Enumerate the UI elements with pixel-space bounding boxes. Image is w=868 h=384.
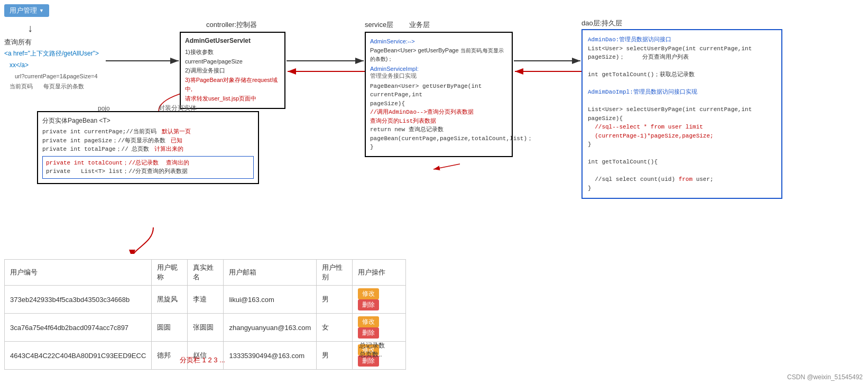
service-interface-name: AdminService:--> xyxy=(370,38,415,44)
pagination: 分页栏 1 2 3 ... xyxy=(180,355,225,365)
service-interface: AdminService:--> PageBean<User> getUserB… xyxy=(370,37,507,63)
down-arrow-icon: ↓ xyxy=(27,22,33,34)
step1: 1)接收参数 xyxy=(185,48,280,57)
cell-action: 修改 删除 xyxy=(353,286,406,314)
service-box: AdminService:--> PageBean<User> getUserB… xyxy=(365,32,513,157)
step1-param: currentPage/pageSize xyxy=(185,57,280,67)
param-labels: 当前页码 每页显示的条数 xyxy=(4,81,99,92)
cell-email: 13335390494@163.com xyxy=(224,342,317,370)
table-header-row: 用户编号 用户昵称 真实姓名 用户邮箱 用户性别 用户操作 xyxy=(5,260,406,286)
current-page-label: 当前页码 xyxy=(10,81,33,92)
edit-button[interactable]: 修改 xyxy=(358,316,379,327)
query-all-label: 查询所有 xyxy=(4,36,99,48)
watermark: CSDN @weixin_51545492 xyxy=(787,373,863,381)
query-section: 查询所有 <a href="上下文路径/getAllUser"> xx</a> … xyxy=(4,36,99,92)
cell-gender: 男 xyxy=(317,342,353,370)
controller-class-name: AdminGetUserServlet xyxy=(185,37,280,44)
table-row: 3ca76a75e4f64db2bacd0974acc7c897 圆圆 张圆圆 … xyxy=(5,314,406,342)
service-code: PageBean<User> getUserByPage(int current… xyxy=(370,82,507,152)
pojo-fields: private int currentPage;//当前页码 默认第一页 pri… xyxy=(42,127,254,154)
total-records: 总记录数 xyxy=(359,341,385,350)
cell-nickname: 黑旋风 xyxy=(152,286,188,314)
edit-button[interactable]: 修改 xyxy=(358,288,379,299)
delete-button[interactable]: 删除 xyxy=(358,299,379,310)
controller-content: 1)接收参数 currentPage/pageSize 2)调用业务接口 3)将… xyxy=(185,48,280,104)
col-gender: 用户性别 xyxy=(317,260,353,286)
nav-menu[interactable]: 用户管理 xyxy=(4,4,49,17)
query-link: <a href="上下文路径/getAllUser"> xyxy=(4,48,99,60)
table-section: 用户编号 用户昵称 真实姓名 用户邮箱 用户性别 用户操作 373eb24293… xyxy=(4,259,406,370)
table-row: 373eb242933b4f5ca3bd43503c34668b 黑旋风 李逵 … xyxy=(5,286,406,314)
cell-gender: 女 xyxy=(317,314,353,342)
nav-label: 用户管理 xyxy=(10,6,37,15)
service-method: PageBean<User> getUserByPage xyxy=(370,47,460,53)
cell-email: likui@163.com xyxy=(224,286,317,314)
cell-id: 373eb242933b4f5ca3bd43503c34668b xyxy=(5,286,152,314)
data-table: 用户编号 用户昵称 真实姓名 用户邮箱 用户性别 用户操作 373eb24293… xyxy=(4,259,406,370)
cell-id: 3ca76a75e4f64db2bacd0974acc7c897 xyxy=(5,314,152,342)
query-link-close: xx</a> xyxy=(4,60,99,71)
service-label: service层 业务层 xyxy=(365,20,430,30)
cell-gender: 男 xyxy=(317,286,353,314)
url-param: url?currentPage=1&pageSize=4 xyxy=(4,71,99,82)
dao-content: AdminDao:管理员数据访问接口 List<User> selectUser… xyxy=(588,35,776,193)
pagination-text: 分页栏 1 2 3 ... xyxy=(180,356,225,364)
pojo-inner-box: private int totalCount；//总记录数 查询出的 priva… xyxy=(42,156,254,179)
col-action: 用户操作 xyxy=(353,260,406,286)
cell-action: 修改 删除 xyxy=(353,314,406,342)
step3: 3)将PageBean对象存储在request域中, xyxy=(185,76,280,94)
cell-realname: 李逵 xyxy=(188,286,224,314)
service-impl-name: AdminServiceImpl: 管理业务接口实现 xyxy=(370,66,507,80)
step3b: 请求转发user_list.jsp页面中 xyxy=(185,94,280,104)
pojo-list: private List<T> list；//分页查询的列表数据 xyxy=(46,167,250,176)
dao-label: dao层:持久层 xyxy=(581,19,622,28)
page-size-label: 每页显示的条数 xyxy=(43,81,84,92)
col-realname: 真实姓名 xyxy=(188,260,224,286)
col-email: 用户邮箱 xyxy=(224,260,317,286)
svg-line-10 xyxy=(433,164,460,169)
total-pages: 总页数.. xyxy=(359,350,385,359)
dao-box: AdminDao:管理员数据访问接口 List<User> selectUser… xyxy=(581,29,782,199)
cell-id: 4643C4B4C22C404BA80D91C93EED9ECC xyxy=(5,342,152,370)
delete-button[interactable]: 删除 xyxy=(358,327,379,339)
col-id: 用户编号 xyxy=(5,260,152,286)
cell-realname: 张圆圆 xyxy=(188,314,224,342)
controller-box: AdminGetUserServlet 1)接收参数 currentPage/p… xyxy=(180,32,285,109)
col-nickname: 用户昵称 xyxy=(152,260,188,286)
cell-email: zhangyuanyuan@163.com xyxy=(224,314,317,342)
total-info: 总记录数 总页数.. xyxy=(359,341,385,359)
pojo-total-count: private int totalCount；//总记录数 查询出的 xyxy=(46,159,250,168)
watermark-text: CSDN @weixin_51545492 xyxy=(787,373,863,381)
controller-label: controller:控制器 xyxy=(206,20,257,30)
pojo-title: 分页实体PageBean <T> xyxy=(42,116,254,125)
pojo-box: 分页实体PageBean <T> private int currentPage… xyxy=(37,111,259,184)
cell-nickname: 圆圆 xyxy=(152,314,188,342)
step2: 2)调用业务接口 xyxy=(185,66,280,76)
